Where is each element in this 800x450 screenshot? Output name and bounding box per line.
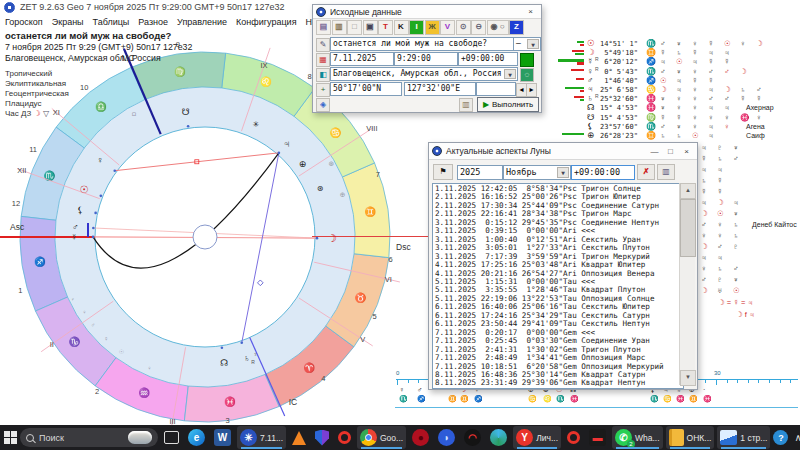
maximize-icon[interactable]: □ <box>663 146 678 157</box>
task-view-icon[interactable] <box>161 426 182 449</box>
asterisk-point-glyph: ✳ <box>253 120 260 129</box>
question-input[interactable]: останется ли мой муж на свободе? <box>330 37 514 51</box>
scrollbar[interactable]: ▲ ▼ <box>679 183 695 385</box>
calendar-icon[interactable]: ▦ <box>316 53 330 67</box>
chart-info: останется ли мой муж на свободе? 7 ноябр… <box>5 30 192 118</box>
aspect-glyph: ♂ <box>717 242 723 251</box>
planet-longitude: 0° 5'43" <box>600 68 638 76</box>
coordinates-icon[interactable]: + <box>316 83 330 97</box>
menu-управление[interactable]: Управление <box>177 17 227 27</box>
close-icon[interactable]: × <box>523 6 538 17</box>
search-input[interactable]: Поиск <box>20 428 158 447</box>
run-button[interactable]: ▶ Выполнить <box>477 97 539 112</box>
aspects-dialog-titlebar[interactable]: Актуальные аспекты Луны — □ × <box>429 143 697 160</box>
new-icon[interactable]: □ <box>347 20 362 35</box>
music-icon[interactable]: ◠ <box>461 426 484 449</box>
opera2-icon[interactable] <box>564 426 583 449</box>
fixed-star-name: Денеб Кайтос <box>752 221 797 228</box>
scroll-up-icon[interactable]: ▲ <box>680 183 696 199</box>
scroll-down-icon[interactable]: ▼ <box>680 370 696 386</box>
month-combo[interactable]: Ноябрь▼ <box>503 165 571 180</box>
aspect-glyph: ♇ <box>733 242 739 251</box>
word-icon[interactable]: W <box>211 426 234 449</box>
ok-color-button[interactable] <box>520 53 534 67</box>
sun-icon[interactable]: ⊙ <box>456 20 471 35</box>
timezone-input[interactable]: +09:00:00 <box>458 52 518 66</box>
longitude-input[interactable]: 127°32'00"E <box>404 82 476 96</box>
place-combo[interactable]: Благовещенск, Амурская обл., Россия▼ <box>330 67 518 81</box>
planet-longitude: 26°28'23" <box>600 132 638 140</box>
aspect-glyph: ♃ <box>724 103 730 112</box>
ruler-sign-glyph: ♊ <box>448 395 457 403</box>
i-icon[interactable]: I <box>409 20 424 35</box>
aspect-glyph: ☿ <box>692 48 698 57</box>
yandex-window[interactable]: YЛич... <box>513 426 561 449</box>
edit-icon[interactable]: ✎ <box>316 38 330 52</box>
blue-app-icon[interactable]: ◗ <box>435 426 458 449</box>
opera-icon[interactable] <box>335 426 354 449</box>
v-icon[interactable]: V <box>440 20 455 35</box>
card-icon[interactable]: ▬ <box>586 426 609 449</box>
paste-icon[interactable]: ▤ <box>316 20 331 35</box>
edge-icon[interactable]: e <box>185 426 208 449</box>
planet-hour: Час ДЗ ☽ ▽ <box>5 109 192 118</box>
help-globe-icon[interactable]: ? <box>773 430 788 445</box>
page-window[interactable]: 1 стр... <box>717 426 770 449</box>
rating-combo[interactable]: –▼ <box>513 37 541 51</box>
whatsapp-window[interactable]: ✆2Wha... <box>612 426 663 449</box>
minimize-icon[interactable]: — <box>647 146 662 157</box>
aspect-row[interactable]: 8.11.2025 23:31:49 29°39'06"Gem Квадрат … <box>435 379 681 387</box>
z-icon[interactable]: Z <box>509 20 524 35</box>
tray-expand-icon[interactable]: ∧ <box>794 432 800 443</box>
menu-гороскоп[interactable]: Гороскоп <box>5 17 43 27</box>
close-icon[interactable]: × <box>679 146 694 157</box>
map-icon[interactable]: ◧ <box>316 68 330 82</box>
onk-window[interactable]: ОНК... <box>666 426 715 449</box>
font-icon[interactable]: Т <box>378 20 393 35</box>
vlc-icon[interactable] <box>289 426 309 449</box>
delete-icon[interactable]: ✗ <box>637 164 655 180</box>
aspect-glyph: ☉ <box>660 76 667 85</box>
house-label-6: 6 <box>389 255 393 264</box>
tz-input[interactable]: +09:00:00 <box>571 165 635 180</box>
copy-icon[interactable]: ▥ <box>657 164 675 180</box>
latitude-input[interactable]: 50°17'00"N <box>330 82 402 96</box>
house-label-V: V <box>360 335 365 344</box>
menu-таблицы[interactable]: Таблицы <box>93 17 130 27</box>
menu-конфигурация[interactable]: Конфигурация <box>236 17 296 27</box>
chrome-window[interactable]: Goo... <box>357 426 406 449</box>
record-icon[interactable]: ● <box>409 426 432 449</box>
start-button[interactable] <box>4 431 17 444</box>
strength-bar <box>558 59 584 61</box>
aspect-glyph: ♂ <box>660 67 666 76</box>
menu-разное[interactable]: Разное <box>138 17 168 27</box>
copy-icon[interactable]: ▥ <box>332 20 347 35</box>
atlas-button[interactable]: ◌ <box>520 68 534 82</box>
radio-icon[interactable]: ◉ ○ <box>487 20 509 35</box>
source-dialog-titlebar[interactable]: Исходные данные × <box>313 5 541 19</box>
next-button[interactable]: ▸ <box>526 83 537 97</box>
weather-icon[interactable] <box>128 431 152 444</box>
aspect-glyph: ♇ <box>717 275 723 284</box>
minus-icon[interactable]: ⊖ <box>471 20 486 35</box>
options-icon[interactable]: ◈ <box>316 98 330 112</box>
menu-экраны[interactable]: Экраны <box>52 17 84 27</box>
zh-icon[interactable]: Ж <box>425 20 440 35</box>
aspect-glyph: ♃ <box>708 131 714 140</box>
asc-label: Asc <box>10 222 25 232</box>
scroll-thumb[interactable] <box>680 199 696 257</box>
zet-window[interactable]: ✳7.11... <box>237 426 286 449</box>
time-input[interactable]: 9:29:00 <box>394 52 458 66</box>
altitude-input[interactable] <box>476 82 516 96</box>
k-icon[interactable]: K <box>394 20 409 35</box>
date-input[interactable]: 7.11.2025 <box>330 52 394 66</box>
year-input[interactable]: 2025 <box>457 165 503 180</box>
aspects-list[interactable]: 1.11.2025 12:42:05 8°58'34"Psc Тригон Со… <box>432 183 684 389</box>
defender-icon[interactable] <box>312 426 332 449</box>
aspect-glyph: ♄ <box>676 131 682 140</box>
pluto-glyph: ♇ <box>71 296 75 302</box>
save-icon[interactable]: ▣ <box>363 20 378 35</box>
copy-icon[interactable]: ▥ <box>459 98 473 112</box>
flag-button[interactable]: ⚑ <box>433 164 453 180</box>
globe-icon[interactable] <box>487 426 510 449</box>
